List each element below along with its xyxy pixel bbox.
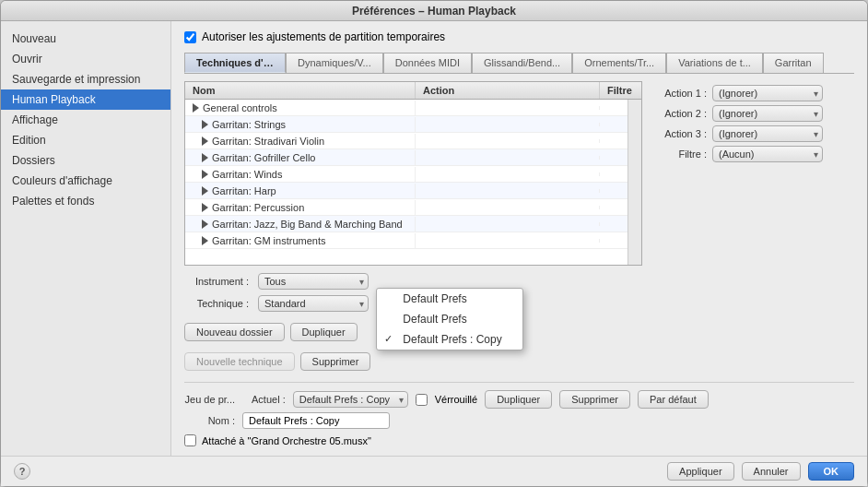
attache-checkbox[interactable] <box>184 434 196 446</box>
col-action: Action <box>416 82 600 99</box>
table-row[interactable]: Garritan: Stradivari Violin <box>185 133 628 149</box>
sidebar-item-affichage[interactable]: Affichage <box>1 110 170 130</box>
sidebar-item-couleurs[interactable]: Couleurs d'affichage <box>1 171 170 191</box>
tab-midi[interactable]: Données MIDI <box>383 53 472 73</box>
action1-select-wrapper: (Ignorer) <box>712 85 823 101</box>
tab-bar: Techniques d'i... Dynamiques/V... Donnée… <box>184 53 854 74</box>
table-header: Nom Action Filtre Actif <box>185 82 641 100</box>
jeu-section: Jeu de pr... Actuel : Default Prefs : Co… <box>184 390 854 446</box>
controls-area: Instrument : Tous Technique : <box>184 273 642 371</box>
expand-icon[interactable] <box>193 103 199 113</box>
tab-glissandi[interactable]: Glissandi/Bend... <box>472 53 572 73</box>
dropdown-menu: Default Prefs Default Prefs Default Pref… <box>376 288 523 350</box>
row-nom: General controls <box>203 102 277 113</box>
row-nom: Garritan: Harp <box>212 185 276 196</box>
tab-garritan[interactable]: Garritan <box>763 53 824 73</box>
action1-row: Action 1 : (Ignorer) <box>651 85 854 101</box>
action2-row: Action 2 : (Ignorer) <box>651 105 854 122</box>
annuler-button[interactable]: Annuler <box>742 462 801 481</box>
sidebar-item-palettes[interactable]: Palettes et fonds <box>1 191 170 211</box>
table-row[interactable]: Garritan: Jazz, Big Band & Marching Band <box>185 216 628 232</box>
action1-select[interactable]: (Ignorer) <box>712 85 823 101</box>
nom-input[interactable] <box>242 412 390 429</box>
expand-icon[interactable] <box>202 153 208 162</box>
dropdown-item-2[interactable]: Default Prefs : Copy <box>377 329 522 350</box>
autoriser-checkbox[interactable] <box>184 31 196 43</box>
table-row[interactable]: General controls <box>185 100 628 116</box>
sidebar-item-human-playback[interactable]: Human Playback <box>1 89 170 110</box>
sidebar: Nouveau Ouvrir Sauvegarde et impression … <box>1 21 171 456</box>
sidebar-item-dossiers[interactable]: Dossiers <box>1 150 170 171</box>
row-nom: Garritan: Jazz, Big Band & Marching Band <box>212 219 403 230</box>
par-defaut-button[interactable]: Par défaut <box>638 390 709 409</box>
nouvelle-technique-button[interactable]: Nouvelle technique <box>184 352 295 371</box>
tab-ornements[interactable]: Ornements/Tr... <box>572 53 666 73</box>
attache-row: Attaché à "Grand Orchestre 05.musx" <box>184 434 854 446</box>
col-filtre: Filtre <box>600 82 642 99</box>
tab-variations[interactable]: Variations de t... <box>666 53 763 73</box>
nouveau-dossier-button[interactable]: Nouveau dossier <box>184 323 285 341</box>
table-row[interactable]: Garritan: GM instruments <box>185 232 628 249</box>
appliquer-button[interactable]: Appliquer <box>667 462 733 481</box>
jeu-label: Jeu de pr... <box>184 394 235 405</box>
technique-select[interactable]: Standard <box>258 295 369 312</box>
expand-icon[interactable] <box>202 137 208 146</box>
instrument-select[interactable]: Tous <box>258 273 369 290</box>
row-filtre <box>600 106 628 110</box>
tab-dynamiques[interactable]: Dynamiques/V... <box>286 53 383 73</box>
technique-label: Technique : <box>184 298 249 309</box>
dupliquer-button[interactable]: Dupliquer <box>290 323 358 341</box>
table-body: General controls <box>185 100 628 265</box>
table-row[interactable]: Garritan: Percussion <box>185 199 628 216</box>
tab-techniques[interactable]: Techniques d'i... <box>184 53 286 73</box>
dropdown-item-1[interactable]: Default Prefs <box>377 309 522 329</box>
action2-select[interactable]: (Ignorer) <box>712 105 823 122</box>
sidebar-item-nouveau[interactable]: Nouveau <box>1 29 170 49</box>
expand-icon[interactable] <box>202 120 208 129</box>
expand-icon[interactable] <box>202 203 208 212</box>
verrouille-label: Vérrouillé <box>435 394 477 405</box>
help-button[interactable]: ? <box>14 463 30 480</box>
dupliquer-jeu-button[interactable]: Dupliquer <box>485 390 552 409</box>
sidebar-item-ouvrir[interactable]: Ouvrir <box>1 49 170 69</box>
dropdown-item-0[interactable]: Default Prefs <box>377 289 522 309</box>
sidebar-item-sauvegarde[interactable]: Sauvegarde et impression <box>1 69 170 89</box>
filtre-select[interactable]: (Aucun) <box>712 146 823 162</box>
techniques-table: Nom Action Filtre Actif <box>184 81 642 266</box>
row-nom: Garritan: Strings <box>212 119 286 130</box>
expand-icon[interactable] <box>202 236 208 245</box>
actuel-select[interactable]: Default Prefs : Copy <box>293 391 408 408</box>
filtre-select-wrapper: (Aucun) <box>712 146 823 162</box>
scrollbar[interactable] <box>628 100 641 265</box>
separator <box>184 382 854 383</box>
supprimer-button[interactable]: Supprimer <box>300 352 371 371</box>
instrument-select-wrapper: Tous <box>258 273 369 290</box>
expand-icon[interactable] <box>202 220 208 229</box>
bottom-bar: ? Appliquer Annuler OK <box>1 456 867 486</box>
filtre-row: Filtre : (Aucun) <box>651 146 854 162</box>
table-row[interactable]: Garritan: Winds <box>185 166 628 183</box>
right-actions: Action 1 : (Ignorer) Action 2 : (Ignorer… <box>651 81 854 374</box>
ok-button[interactable]: OK <box>808 462 855 481</box>
preferences-window: Préférences – Human Playback Nouveau Ouv… <box>0 0 868 487</box>
titlebar: Préférences – Human Playback <box>1 1 867 21</box>
supprimer-jeu-button[interactable]: Supprimer <box>559 390 630 409</box>
action2-label: Action 2 : <box>651 108 707 119</box>
col-nom: Nom <box>185 82 416 99</box>
row-nom: Garritan: Stradivari Violin <box>212 136 324 147</box>
table-row[interactable]: Garritan: Harp <box>185 183 628 199</box>
action3-select[interactable]: (Ignorer) <box>712 125 823 142</box>
table-row[interactable]: Garritan: Gofriller Cello <box>185 149 628 166</box>
sidebar-item-edition[interactable]: Edition <box>1 130 170 150</box>
instrument-label: Instrument : <box>184 276 249 287</box>
table-row[interactable]: Garritan: Strings <box>185 116 628 133</box>
row-action <box>416 106 600 110</box>
row-nom: Garritan: Percussion <box>212 202 304 213</box>
action3-row: Action 3 : (Ignorer) <box>651 125 854 142</box>
verrouille-checkbox[interactable] <box>416 394 428 406</box>
row-action <box>416 123 600 126</box>
expand-icon[interactable] <box>202 170 208 179</box>
action2-select-wrapper: (Ignorer) <box>712 105 823 122</box>
expand-icon[interactable] <box>202 186 208 196</box>
filtre-label: Filtre : <box>651 148 707 160</box>
